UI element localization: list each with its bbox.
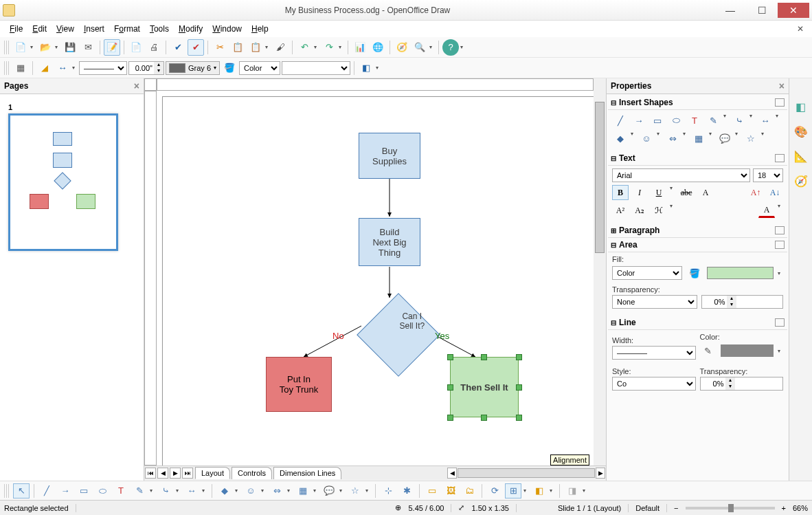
page-thumbnail[interactable] xyxy=(8,113,118,251)
section-area[interactable]: Area xyxy=(619,240,638,250)
help-button[interactable]: ? xyxy=(442,39,459,56)
resize-handle-ne[interactable] xyxy=(516,354,522,360)
navigator-button[interactable]: 🧭 xyxy=(394,39,410,56)
menu-modify[interactable]: Modify xyxy=(174,23,207,35)
superscript-button[interactable]: A² xyxy=(612,203,629,218)
tool-lines-icon[interactable]: ↔ xyxy=(757,113,774,128)
tool-callout-icon[interactable]: 💬 xyxy=(717,131,733,146)
horizontal-ruler[interactable] xyxy=(157,78,594,91)
section-line[interactable]: Line xyxy=(619,318,636,327)
bt-star-icon[interactable]: ☆ xyxy=(347,483,363,498)
undo-button[interactable]: ↶ xyxy=(296,39,313,56)
hyperlink-button[interactable]: 🌐 xyxy=(370,39,386,56)
section-text[interactable]: Text xyxy=(619,153,635,163)
edit-file-button[interactable]: 📝 xyxy=(104,39,120,56)
sidebar-properties-icon[interactable]: ◧ xyxy=(793,99,809,114)
line-style-combo[interactable]: ————— xyxy=(79,61,127,75)
bt-text-icon[interactable]: T xyxy=(113,483,129,498)
tool-line-icon[interactable]: ╱ xyxy=(612,113,629,128)
bt-connector-icon[interactable]: ⤷ xyxy=(157,483,174,498)
tool-text-icon[interactable]: T xyxy=(686,113,703,128)
bt-fontwork-icon[interactable]: ▭ xyxy=(424,483,440,498)
resize-handle-w[interactable] xyxy=(447,384,453,391)
menu-insert[interactable]: Insert xyxy=(80,23,109,35)
shadow-button[interactable]: ◧ xyxy=(358,60,374,76)
line-color-swatch[interactable] xyxy=(721,344,774,357)
italic-button[interactable]: I xyxy=(631,185,648,200)
tab-controls[interactable]: Controls xyxy=(232,467,272,479)
tab-dimension[interactable]: Dimension Lines xyxy=(273,467,341,479)
arrow-style-button[interactable]: ↔ xyxy=(54,60,71,76)
bt-gallery-icon[interactable]: 🗂 xyxy=(461,483,477,498)
bt-alignment-icon[interactable]: ⊞ xyxy=(505,483,521,498)
properties-close-icon[interactable]: × xyxy=(779,80,785,91)
tab-layout[interactable]: Layout xyxy=(195,467,230,479)
increase-font-button[interactable]: A↑ xyxy=(747,185,764,200)
fill-mode-combo[interactable]: Color xyxy=(612,266,682,280)
zoom-in-icon[interactable]: + xyxy=(782,504,786,512)
shadow-text-button[interactable]: A xyxy=(697,185,714,200)
tab-next-button[interactable]: ▶ xyxy=(170,468,181,479)
bt-block-icon[interactable]: ⇔ xyxy=(269,483,285,498)
strike-button[interactable]: abc xyxy=(678,185,695,200)
pages-close-icon[interactable]: × xyxy=(134,80,139,91)
bt-rotate-icon[interactable]: ⟳ xyxy=(486,483,503,498)
tool-symbol-icon[interactable]: ☺ xyxy=(638,131,655,146)
bt-curve-icon[interactable]: ✎ xyxy=(131,483,148,498)
bt-fromfile-icon[interactable]: 🖼 xyxy=(442,483,459,498)
bt-rect-icon[interactable]: ▭ xyxy=(76,483,92,498)
bt-points-icon[interactable]: ⊹ xyxy=(380,483,396,498)
fill-bucket2-icon[interactable]: 🪣 xyxy=(686,265,703,281)
tab-first-button[interactable]: ⏮ xyxy=(145,468,156,479)
styles-button[interactable]: ▦ xyxy=(12,60,29,76)
line-width-stepper[interactable]: ▴▾ xyxy=(128,61,164,75)
tool-ellipse-icon[interactable]: ⬭ xyxy=(668,113,684,128)
hscroll-track[interactable] xyxy=(458,468,595,478)
zoom-slider[interactable] xyxy=(686,507,775,509)
toolbar2-grip[interactable] xyxy=(4,61,10,75)
bt-flowchart-icon[interactable]: ▦ xyxy=(295,483,311,498)
line-endstart-button[interactable]: ◢ xyxy=(36,60,53,76)
font-name-combo[interactable]: Arial xyxy=(612,168,750,182)
section-insert-shapes[interactable]: Insert Shapes xyxy=(619,98,673,107)
fill-type-combo[interactable]: Color xyxy=(239,61,280,75)
menu-help[interactable]: Help xyxy=(247,23,273,35)
fill-bucket-button[interactable]: 🪣 xyxy=(221,60,238,76)
email-button[interactable]: ✉ xyxy=(80,39,96,56)
menu-window[interactable]: Window xyxy=(208,23,246,35)
font-color-button[interactable]: A xyxy=(758,203,775,218)
print-button[interactable]: 🖨 xyxy=(146,39,162,56)
drawing-page[interactable]: Buy Supplies Build Next Big Thing Can I … xyxy=(162,96,594,465)
resize-handle-se[interactable] xyxy=(516,415,522,421)
tab-last-button[interactable]: ⏭ xyxy=(182,468,193,479)
autospell-button[interactable]: ✔ xyxy=(188,39,204,56)
copy-button[interactable]: 📋 xyxy=(229,39,246,56)
bt-line-icon[interactable]: ╱ xyxy=(38,483,55,498)
maximize-button[interactable]: ☐ xyxy=(746,3,778,18)
section-expand-icon[interactable] xyxy=(775,98,785,107)
tool-star-icon[interactable]: ☆ xyxy=(743,131,759,146)
tool-rect-icon[interactable]: ▭ xyxy=(649,113,666,128)
transparency-mode-combo[interactable]: None xyxy=(612,295,697,309)
cut-button[interactable]: ✂ xyxy=(212,39,228,56)
select-tool-button[interactable]: ↖ xyxy=(13,483,30,498)
menu-view[interactable]: View xyxy=(52,23,78,35)
shape-put-trunk[interactable]: Put In Toy Trunk xyxy=(266,357,332,412)
close-doc-button[interactable]: ✕ xyxy=(794,24,807,34)
menu-edit[interactable]: Edit xyxy=(28,23,51,35)
resize-handle-s[interactable] xyxy=(481,415,487,421)
resize-handle-sw[interactable] xyxy=(447,415,453,421)
menu-tools[interactable]: Tools xyxy=(146,23,173,35)
tool-basic-icon[interactable]: ◆ xyxy=(612,131,629,146)
minimize-button[interactable]: — xyxy=(714,3,746,18)
fill-color-combo[interactable] xyxy=(282,61,350,75)
spellcheck-button[interactable]: ✔ xyxy=(170,39,186,56)
tool-arrow-icon[interactable]: → xyxy=(631,113,647,128)
bt-callout-icon[interactable]: 💬 xyxy=(321,483,337,498)
decrease-font-button[interactable]: A↓ xyxy=(767,185,783,200)
hscroll-right[interactable]: ▶ xyxy=(596,468,605,479)
bt-symbol-icon[interactable]: ☺ xyxy=(243,483,259,498)
sidebar-navigator-icon[interactable]: 🧭 xyxy=(793,173,809,188)
bold-button[interactable]: B xyxy=(612,185,629,200)
tool-flowchart-icon[interactable]: ▦ xyxy=(690,131,707,146)
